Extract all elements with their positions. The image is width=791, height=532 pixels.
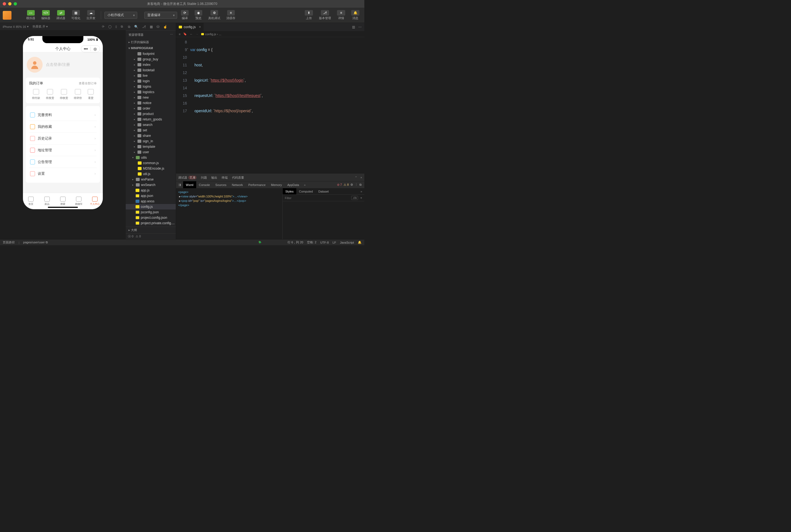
compile-select[interactable]: 普通编译: [144, 12, 177, 19]
tab-item[interactable]: 个人中心: [87, 193, 103, 209]
close-icon[interactable]: [3, 2, 6, 5]
debugger-tab-terminal[interactable]: 终端: [222, 176, 228, 180]
subtab-console[interactable]: Console: [196, 181, 213, 188]
tree-item[interactable]: jsconfig.json: [126, 209, 176, 215]
compile-button[interactable]: ⟳编译: [179, 9, 191, 21]
outline-section[interactable]: 大纲: [126, 227, 176, 233]
maximize-icon[interactable]: [14, 2, 17, 5]
breadcrumb-file[interactable]: config.js › ...: [201, 33, 221, 36]
preview-button[interactable]: ◉预览: [192, 9, 204, 21]
realdevice-button[interactable]: ⚙真机调试: [206, 9, 222, 21]
tree-item[interactable]: app.js: [126, 188, 176, 193]
profile-row[interactable]: 点击登录/注册: [23, 52, 103, 78]
tree-item[interactable]: common.js: [126, 160, 176, 166]
order-item[interactable]: 待付款: [32, 89, 40, 100]
git-icon[interactable]: ⎇: [142, 25, 146, 29]
back-icon[interactable]: ←: [190, 33, 193, 36]
dock-icon[interactable]: ⋮: [355, 183, 358, 187]
open-editors-section[interactable]: 打开的编辑器: [126, 39, 176, 45]
debugger-tab-output[interactable]: 输出: [211, 176, 217, 180]
tree-item[interactable]: ▸new: [126, 95, 176, 100]
visualize-button[interactable]: ▦可视化: [69, 9, 82, 21]
tree-item[interactable]: ▸set: [126, 128, 176, 133]
tree-item[interactable]: ▸wxSearch: [126, 182, 176, 188]
menu-item[interactable]: 我的收藏›: [29, 121, 97, 133]
fold-icon[interactable]: ⌄: [186, 46, 189, 50]
page-path[interactable]: pages/user/user ⧉: [23, 241, 48, 244]
ext-icon[interactable]: ▦: [150, 25, 153, 29]
menu-item[interactable]: 完善资料›: [29, 109, 97, 121]
debugger-button[interactable]: ⇄调试器: [54, 9, 68, 21]
bell-icon[interactable]: 🔔: [358, 241, 362, 244]
debugger-tab-main[interactable]: 调试器7, 8: [178, 176, 197, 180]
tree-item[interactable]: ▸notice: [126, 100, 176, 106]
db-icon[interactable]: ⛁: [157, 25, 159, 29]
forward-icon[interactable]: →: [196, 33, 199, 36]
hand-icon[interactable]: ☝: [163, 25, 167, 29]
menu-item[interactable]: 公告管理›: [29, 156, 97, 168]
styles-tab-computed[interactable]: Computed: [296, 188, 316, 194]
code-editor[interactable]: ⌄ 891011121314151617 var config = { host…: [176, 37, 364, 174]
explorer-more-icon[interactable]: ⋯: [170, 33, 173, 37]
split-icon[interactable]: ▥: [352, 25, 355, 29]
tree-item[interactable]: footprint: [126, 51, 176, 57]
bug-icon[interactable]: 🪲: [258, 241, 262, 244]
order-item[interactable]: 退货: [88, 89, 94, 100]
warn-badge[interactable]: ⚠ 8: [344, 183, 349, 187]
indent[interactable]: 空格: 2: [307, 240, 316, 244]
popout-icon[interactable]: ⧉: [121, 25, 123, 28]
editor-button[interactable]: </>编辑器: [39, 9, 53, 21]
tree-item[interactable]: ▸login: [126, 78, 176, 84]
error-badge[interactable]: ⊘ 7: [337, 183, 342, 187]
tree-item[interactable]: ▸product: [126, 111, 176, 117]
order-item[interactable]: 待收货: [60, 89, 68, 100]
tree-item[interactable]: project.private.config....: [126, 221, 176, 226]
styles-filter-input[interactable]: [285, 196, 350, 200]
editor-tab-config[interactable]: config.js×: [176, 23, 204, 31]
tree-item[interactable]: ▸group_buy: [126, 57, 176, 62]
language[interactable]: JavaScript: [340, 241, 354, 244]
clearcache-button[interactable]: ≡清缓存: [224, 9, 238, 21]
subtab-appdata[interactable]: AppData: [284, 181, 302, 188]
list-icon[interactable]: ≡: [179, 33, 180, 36]
mode-select[interactable]: 小程序模式: [105, 12, 137, 19]
wxml-tree[interactable]: <page> ▸<view style="width:100%;height:1…: [176, 188, 282, 239]
order-item[interactable]: 待发货: [46, 89, 54, 100]
encoding[interactable]: UTF-8: [320, 241, 329, 244]
subtab-wxml[interactable]: Wxml: [183, 181, 196, 188]
tree-item[interactable]: project.config.json: [126, 215, 176, 221]
subtab-more-icon[interactable]: »: [302, 183, 308, 187]
tree-item[interactable]: ▸logistics: [126, 89, 176, 95]
line-col[interactable]: 行 6，列 20: [288, 240, 303, 244]
tree-item[interactable]: ▸wxParse: [126, 177, 176, 182]
record-icon[interactable]: ◯: [108, 25, 111, 28]
tree-item[interactable]: app.wxss: [126, 198, 176, 204]
menu-item[interactable]: 设置›: [29, 168, 97, 179]
menu-item[interactable]: 地址管理›: [29, 145, 97, 156]
message-button[interactable]: 🔔消息: [349, 9, 362, 21]
search-icon[interactable]: 🔍: [134, 25, 138, 29]
tree-item[interactable]: ▸template: [126, 144, 176, 149]
tree-item[interactable]: ▸share: [126, 133, 176, 138]
subtab-performance[interactable]: Performance: [246, 181, 269, 188]
add-style-icon[interactable]: +: [360, 196, 362, 200]
tree-item[interactable]: app.json: [126, 193, 176, 198]
tree-item[interactable]: ▸user: [126, 149, 176, 155]
close-panel-icon[interactable]: ×: [361, 176, 362, 179]
files-icon[interactable]: ⧉: [128, 25, 130, 29]
subtab-sources[interactable]: Sources: [213, 181, 229, 188]
tree-item[interactable]: ▸sign_in: [126, 138, 176, 144]
tree-item[interactable]: MD5Encode.js: [126, 166, 176, 171]
upload-button[interactable]: ⬆上传: [302, 9, 315, 21]
eol[interactable]: LF: [333, 241, 336, 244]
detail-button[interactable]: ≡详情: [335, 9, 347, 21]
tab-item[interactable]: 首页: [23, 193, 39, 209]
collapse-icon[interactable]: ⌃: [355, 176, 357, 179]
bookmark-icon[interactable]: 🔖: [183, 32, 187, 36]
tree-item[interactable]: config.js: [126, 204, 176, 209]
menu-item[interactable]: 历史记录›: [29, 133, 97, 145]
project-root-section[interactable]: MINIPROGRAM: [126, 45, 176, 51]
tree-item[interactable]: ▸order: [126, 106, 176, 111]
tree-item[interactable]: ▾utils: [126, 155, 176, 160]
capsule-close-icon[interactable]: ◎: [91, 47, 100, 51]
